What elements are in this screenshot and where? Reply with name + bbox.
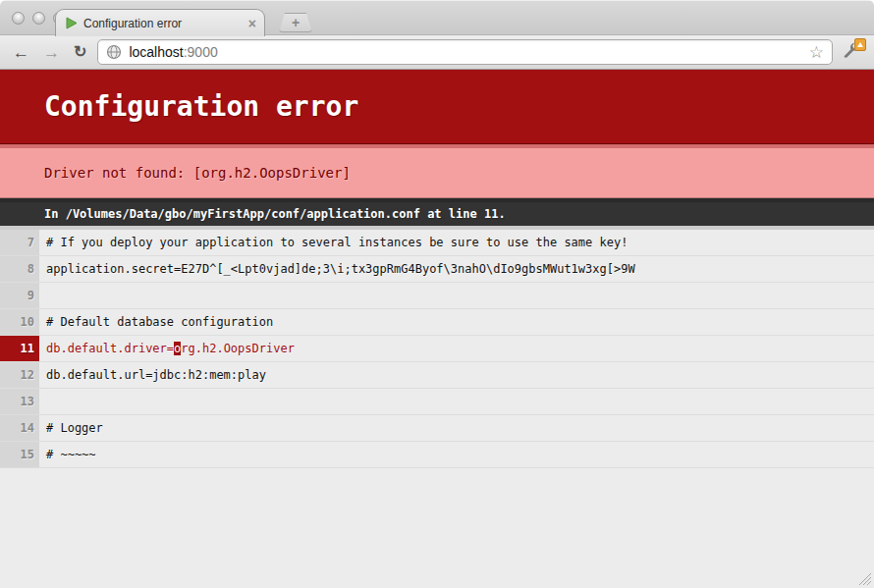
code-line-9: 9 [0, 283, 874, 309]
bookmark-star-icon[interactable]: ☆ [809, 44, 824, 61]
play-favicon-icon [66, 17, 78, 29]
url-text[interactable]: localhost:9000 [129, 44, 801, 60]
error-marker: o [174, 342, 181, 355]
window-close-button[interactable] [12, 12, 25, 25]
page-content: Configuration error Driver not found: [o… [0, 70, 874, 588]
browser-tab[interactable]: Configuration error × [55, 9, 265, 36]
back-button[interactable]: ← [10, 44, 32, 61]
code-line-15: 15# ~~~~~ [0, 442, 874, 468]
code-line-12: 12db.default.url=jdbc:h2:mem:play [0, 362, 874, 389]
new-tab-button[interactable]: + [279, 13, 312, 32]
address-bar[interactable]: localhost:9000 ☆ [97, 39, 833, 65]
window-minimize-button[interactable] [32, 12, 45, 25]
tab-title: Configuration error [83, 17, 243, 30]
line-code: # Default database configuration [39, 309, 874, 335]
error-page-title: Configuration error [0, 70, 874, 144]
line-number: 9 [0, 283, 39, 308]
reload-button[interactable]: ↻ [71, 44, 89, 60]
tab-strip: Configuration error × + [0, 0, 874, 35]
code-listing: 7# If you deploy your application to sev… [0, 226, 874, 468]
line-number: 15 [0, 442, 39, 467]
line-number: 14 [0, 415, 39, 441]
url-port: :9000 [184, 44, 218, 60]
url-host: localhost [129, 44, 183, 60]
line-code [39, 283, 874, 308]
line-code: application.secret=E27D^[_<Lpt0vjad]de;3… [39, 256, 874, 282]
code-line-8: 8application.secret=E27D^[_<Lpt0vjad]de;… [0, 256, 874, 283]
plus-icon: + [292, 16, 300, 29]
line-code: db.default.driver=org.h2.OopsDriver [39, 336, 874, 361]
line-number: 13 [0, 389, 39, 414]
browser-toolbar: ← → ↻ localhost:9000 ☆ [0, 35, 874, 70]
update-badge [854, 38, 866, 51]
line-number: 8 [0, 256, 39, 282]
tab-close-icon[interactable]: × [248, 17, 256, 30]
line-code: # If you deploy your application to seve… [39, 230, 874, 255]
error-detail-message: Driver not found: [org.h2.OopsDriver] [0, 144, 874, 198]
browser-window: Configuration error × + ← → ↻ localhost:… [0, 0, 874, 588]
forward-button[interactable]: → [40, 44, 63, 61]
line-code [39, 389, 874, 414]
line-code: # Logger [39, 415, 874, 441]
code-line-14: 14# Logger [0, 415, 874, 442]
up-arrow-icon [857, 42, 863, 47]
code-line-13: 13 [0, 389, 874, 415]
resize-grip[interactable] [858, 572, 872, 586]
code-line-7: 7# If you deploy your application to sev… [0, 226, 874, 256]
globe-icon [106, 44, 122, 60]
error-file-location: In /Volumes/Data/gbo/myFirstApp/conf/app… [0, 198, 874, 226]
line-number: 7 [0, 230, 39, 255]
line-number: 11 [0, 336, 39, 361]
settings-menu-button[interactable] [841, 40, 864, 64]
code-line-10: 10# Default database configuration [0, 309, 874, 336]
line-code: db.default.url=jdbc:h2:mem:play [39, 362, 874, 388]
line-number: 12 [0, 362, 39, 388]
line-code: # ~~~~~ [39, 442, 874, 467]
line-number: 10 [0, 309, 39, 335]
code-line-11: 11db.default.driver=org.h2.OopsDriver [0, 336, 874, 362]
